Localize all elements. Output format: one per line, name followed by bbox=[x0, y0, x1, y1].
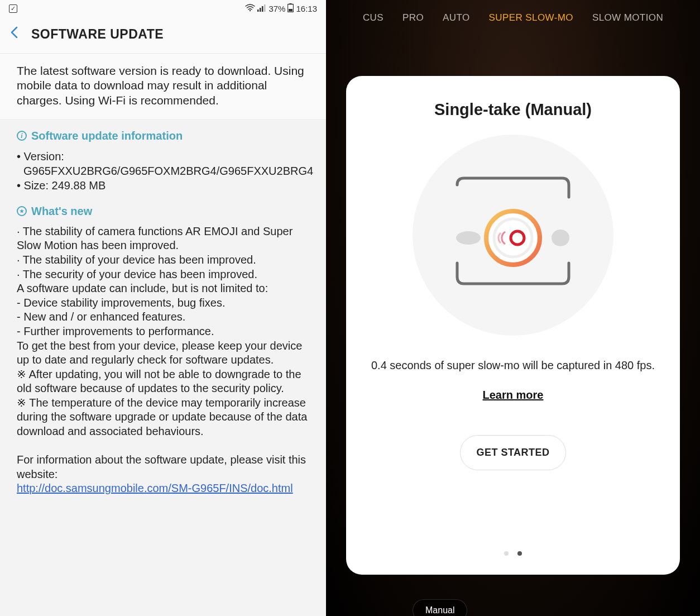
page-title: SOFTWARE UPDATE bbox=[31, 27, 164, 42]
svg-point-12 bbox=[511, 231, 524, 245]
info-icon: i bbox=[17, 131, 27, 141]
signal-icon bbox=[257, 4, 266, 13]
svg-point-0 bbox=[250, 10, 251, 11]
get-started-button[interactable]: GET STARTED bbox=[460, 435, 566, 470]
single-take-modal: Single-take (Manual) bbox=[346, 76, 680, 575]
info-link[interactable]: http://doc.samsungmobile.com/SM-G965F/IN… bbox=[17, 482, 293, 494]
pagination-dots bbox=[504, 551, 522, 559]
wifi-icon bbox=[245, 4, 255, 13]
whatsnew-heading: What's new bbox=[17, 205, 309, 218]
modal-description: 0.4 seconds of super slow-mo will be cap… bbox=[371, 358, 655, 373]
camera-mode-cus[interactable]: CUS bbox=[363, 12, 383, 23]
back-icon[interactable] bbox=[10, 26, 18, 42]
status-time: 16:13 bbox=[296, 4, 317, 13]
svg-rect-7 bbox=[289, 9, 293, 11]
manual-pill[interactable]: Manual bbox=[413, 599, 467, 616]
camera-mode-tabs: CUS PRO AUTO SUPER SLOW-MO SLOW MOTION bbox=[326, 12, 700, 23]
status-check-icon: ✓ bbox=[9, 4, 17, 13]
svg-rect-3 bbox=[262, 6, 263, 12]
whatsnew-heading-text: What's new bbox=[31, 205, 92, 218]
camera-mode-auto[interactable]: AUTO bbox=[443, 12, 470, 23]
update-details[interactable]: i Software update information Version: G… bbox=[0, 120, 326, 616]
camera-mode-pro[interactable]: PRO bbox=[402, 12, 424, 23]
camera-mode-slowmotion[interactable]: SLOW MOTION bbox=[592, 12, 663, 23]
download-notice: The latest software version is ready to … bbox=[0, 54, 326, 120]
software-update-screen: ✓ 37% 16:13 SOFTWARE UPDATE The latest s… bbox=[0, 0, 326, 616]
status-bar: ✓ 37% 16:13 bbox=[0, 0, 326, 16]
svg-rect-4 bbox=[264, 4, 266, 12]
info-heading-text: Software update information bbox=[31, 130, 183, 142]
star-badge-icon bbox=[17, 206, 27, 216]
page-dot-1[interactable] bbox=[504, 551, 509, 556]
learn-more-link[interactable]: Learn more bbox=[483, 389, 544, 402]
camera-screen: CUS PRO AUTO SUPER SLOW-MO SLOW MOTION S… bbox=[326, 0, 700, 616]
battery-icon bbox=[287, 3, 294, 14]
camera-mode-super-slowmo[interactable]: SUPER SLOW-MO bbox=[489, 12, 573, 23]
svg-rect-2 bbox=[260, 8, 261, 12]
battery-percentage: 37% bbox=[269, 4, 285, 13]
whatsnew-body: · The stability of camera functions AR E… bbox=[17, 225, 309, 482]
svg-point-9 bbox=[552, 230, 569, 246]
page-dot-2[interactable] bbox=[517, 551, 522, 556]
page-header: SOFTWARE UPDATE bbox=[0, 16, 326, 54]
version-line: Version: G965FXXU2BRG6/G965FOXM2BRG4/G96… bbox=[17, 149, 309, 178]
svg-point-8 bbox=[456, 231, 481, 245]
phone-ball-illustration-icon bbox=[435, 174, 591, 297]
size-line: Size: 249.88 MB bbox=[17, 178, 309, 193]
illustration bbox=[413, 135, 613, 336]
modal-title: Single-take (Manual) bbox=[434, 101, 592, 119]
svg-rect-1 bbox=[257, 9, 259, 12]
info-heading: i Software update information bbox=[17, 130, 309, 142]
